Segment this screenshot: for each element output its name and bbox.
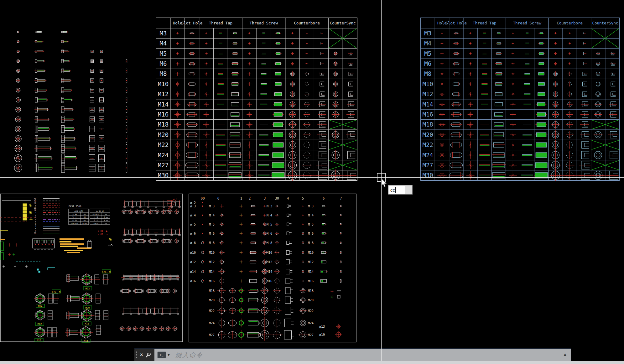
svg-text:M20: M20 [158,131,169,138]
bottom-middle-table: 000123304567ø 2ø 3M 3M 3M 3ø 4M 4M 4M 4ø… [189,194,356,342]
bottom-strip [0,361,624,364]
command-input[interactable]: >_ ▼ 鍵入命令 ▲ [154,349,571,361]
svg-text:M24: M24 [422,152,433,159]
svg-text:M16: M16 [422,111,433,118]
svg-text:M5: M5 [424,50,431,57]
svg-text:ø 2: ø 2 [190,201,196,205]
svg-text:M 5: M 5 [267,223,272,226]
svg-text:M30: M30 [158,172,169,179]
drag-grip[interactable] [136,351,137,359]
svg-text:코일수: 코일수 [93,222,99,224]
svg-text:M20: M20 [308,299,314,302]
svg-text:2: 2 [249,196,251,200]
dynamic-input-field[interactable]: cc [389,186,405,194]
svg-text:M12: M12 [422,91,433,97]
svg-text:M14: M14 [308,270,314,273]
svg-text:ø 8: ø 8 [190,241,196,245]
bottom-left-panel: M0MHMC0CLHL123456789DDEXSA 2560스팩 사항모 듈0… [0,194,183,342]
svg-text:M22: M22 [209,309,215,313]
dynamic-input-empty [405,186,412,194]
svg-text:M 8: M 8 [209,241,215,245]
svg-text:CounterSync: CounterSync [330,21,356,25]
svg-text:M27: M27 [209,333,215,337]
svg-text:ø14: ø14 [190,270,196,273]
svg-text:00: 00 [84,216,86,218]
prompt-glyph: >_ [160,353,164,356]
svg-text:M 6: M 6 [209,232,215,235]
dynamic-input-value: cc [390,187,395,193]
svg-text:# mm: # mm [104,219,108,221]
svg-text:M8: M8 [159,70,167,77]
left-fastener-table: HoleSlot HoleThread TapThread ScrewCount… [156,18,357,181]
command-line-bar: × >_ ▼ 鍵入命令 ▲ [134,348,571,361]
svg-text:M3: M3 [159,30,167,37]
svg-text:M24: M24 [209,321,215,325]
drawing-canvas[interactable]: HoleSlot HoleThread TapThread ScrewCount… [0,0,624,364]
svg-text:M5: M5 [159,50,167,57]
svg-text:~: ~ [106,233,108,236]
svg-text:ø 4: ø 4 [190,214,196,217]
svg-text:M16: M16 [37,339,41,342]
svg-text:모 듈: 모 듈 [72,213,77,215]
svg-text:M 3: M 3 [267,205,272,208]
svg-text:M22: M22 [308,309,314,313]
svg-text:CounterSync: CounterSync [592,21,618,25]
svg-text:선 경: 선 경 [94,216,98,218]
svg-text:Thread Tap: Thread Tap [209,21,232,25]
svg-text:M10: M10 [422,81,433,87]
svg-text:ø13: ø13 [319,325,325,328]
svg-text:M27: M27 [158,162,169,169]
svg-text:M20: M20 [422,131,433,138]
svg-text:M4: M4 [159,40,167,47]
svg-text:M22: M22 [158,141,169,148]
svg-text:M14: M14 [38,305,43,308]
svg-text:30: 30 [275,196,279,200]
svg-text:M16: M16 [308,279,314,283]
svg-text:M 5: M 5 [209,223,215,226]
svg-text:Thread Tap: Thread Tap [473,21,496,25]
svg-text:M12: M12 [158,91,169,97]
svg-text:3: 3 [264,196,266,200]
svg-text:유효길이: 유효길이 [92,213,99,215]
svg-text:M27: M27 [308,333,314,337]
svg-text:M14: M14 [158,101,169,108]
recent-commands-dropdown-icon[interactable]: ▼ [168,353,170,356]
svg-text:ø19: ø19 [319,333,325,336]
svg-text:M12: M12 [38,323,42,325]
svg-text:0: 0 [217,196,220,200]
svg-text:ø12: ø12 [190,260,196,264]
svg-text:# mm: # mm [82,222,87,224]
svg-text:M10: M10 [158,81,169,87]
svg-text:Hole: Hole [173,21,182,25]
command-placeholder: 鍵入命令 [175,351,203,359]
svg-text:ø 5: ø 5 [190,223,196,226]
svg-text:M 4: M 4 [308,214,314,217]
svg-text:M10: M10 [209,251,215,254]
svg-text:ø10: ø10 [190,251,196,254]
close-icon[interactable]: × [140,352,143,358]
dynamic-input-box[interactable]: cc [388,185,413,195]
svg-text:M 8: M 8 [267,241,272,245]
svg-text:스팩 사항: 스팩 사항 [74,210,83,212]
svg-text:Thread Screw: Thread Screw [250,21,278,25]
customize-wrench-icon[interactable] [145,352,151,358]
svg-text:Slot Hole: Slot Hole [181,21,203,25]
crosshair-horizontal-line [0,177,624,178]
svg-text:M10: M10 [308,251,314,254]
svg-text:6: 6 [323,196,325,200]
command-prompt-icon[interactable]: >_ [157,351,166,358]
svg-text:1: 1 [240,196,242,200]
svg-text:M6: M6 [424,60,431,67]
expand-history-icon[interactable]: ▲ [564,352,566,356]
command-bar-controls: × [134,349,154,361]
svg-text:mm: mm [105,213,107,215]
svg-text:DD: DD [34,232,36,235]
svg-text:Counterbore: Counterbore [294,21,320,25]
svg-text:M14: M14 [84,340,88,342]
svg-text:CYL, N: CYL, N [102,270,111,273]
svg-text:M12: M12 [209,260,215,264]
svg-text:ø 6: ø 6 [190,232,196,235]
svg-text:M8: M8 [424,70,431,77]
svg-text:M24: M24 [158,152,169,159]
svg-text:EXSA 2560: EXSA 2560 [69,205,81,208]
